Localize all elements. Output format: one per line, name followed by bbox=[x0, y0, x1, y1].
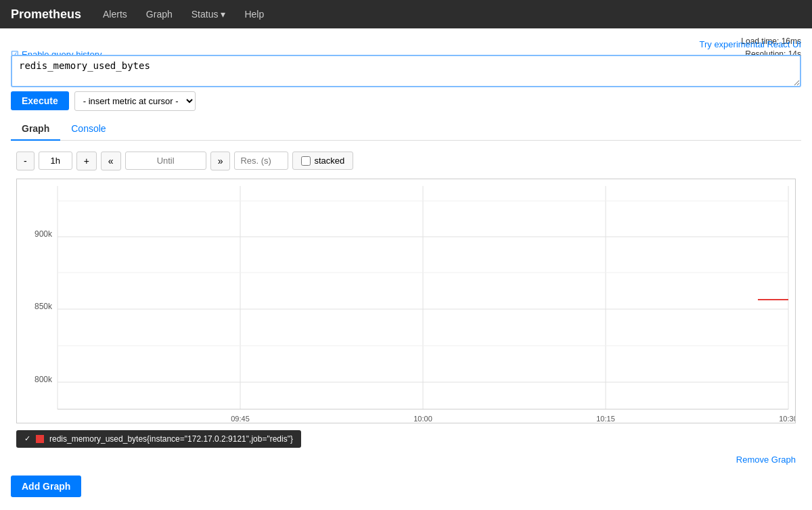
query-controls: Execute - insert metric at cursor - bbox=[11, 91, 801, 111]
bottom-row: Remove Graph bbox=[16, 455, 796, 465]
navbar: Prometheus Alerts Graph Status ▾ Help bbox=[0, 0, 812, 28]
nav-item-graph[interactable]: Graph bbox=[138, 3, 181, 25]
insert-metric-select[interactable]: - insert metric at cursor - bbox=[74, 91, 196, 111]
stacked-toggle[interactable]: stacked bbox=[292, 152, 353, 170]
x-label-1030: 10:30 bbox=[779, 415, 795, 423]
legend-series-label: redis_memory_used_bytes{instance="172.17… bbox=[49, 434, 293, 444]
remove-graph-link[interactable]: Remove Graph bbox=[736, 455, 796, 465]
query-area: Execute - insert metric at cursor - bbox=[11, 55, 801, 111]
y-label-800k: 800k bbox=[35, 375, 53, 384]
x-label-1015: 10:15 bbox=[596, 415, 615, 423]
forward-button[interactable]: » bbox=[210, 152, 231, 170]
dropdown-chevron-icon: ▾ bbox=[221, 9, 225, 20]
duration-input[interactable] bbox=[39, 152, 72, 170]
stacked-label: stacked bbox=[314, 156, 344, 166]
tabs: Graph Console bbox=[11, 118, 801, 141]
stacked-checkbox[interactable] bbox=[301, 156, 311, 166]
legend-color-box bbox=[36, 435, 44, 443]
until-input[interactable] bbox=[125, 152, 206, 170]
nav-item-status[interactable]: Status ▾ bbox=[183, 3, 234, 25]
try-react-ui-link[interactable]: Try experimental React UI bbox=[699, 39, 801, 49]
brand: Prometheus bbox=[11, 7, 81, 22]
x-label-0945: 09:45 bbox=[231, 415, 250, 423]
zoom-out-button[interactable]: - bbox=[16, 152, 35, 170]
zoom-in-button[interactable]: + bbox=[76, 152, 97, 170]
query-input[interactable] bbox=[11, 55, 801, 87]
chart-container: 900k 850k 800k bbox=[16, 179, 796, 423]
nav-item-help[interactable]: Help bbox=[236, 3, 272, 25]
tab-console[interactable]: Console bbox=[60, 118, 116, 141]
legend-checkmark-icon: ✓ bbox=[24, 434, 30, 443]
graph-panel: - + « » stacked 900k 850k 800k bbox=[11, 152, 801, 465]
execute-button[interactable]: Execute bbox=[11, 91, 69, 110]
resolution-input[interactable] bbox=[234, 152, 288, 170]
y-label-850k: 850k bbox=[35, 302, 53, 311]
rewind-button[interactable]: « bbox=[101, 152, 121, 170]
nav-menu: Alerts Graph Status ▾ Help bbox=[95, 3, 272, 25]
nav-item-status-label: Status bbox=[191, 9, 219, 20]
x-label-1000: 10:00 bbox=[413, 415, 432, 423]
y-label-900k: 900k bbox=[35, 229, 53, 239]
legend-bar[interactable]: ✓ redis_memory_used_bytes{instance="172.… bbox=[16, 430, 301, 448]
graph-controls-row: - + « » stacked bbox=[16, 152, 796, 170]
tab-graph[interactable]: Graph bbox=[11, 118, 60, 141]
main-content: ☑ Enable query history Load time: 16ms R… bbox=[0, 28, 812, 504]
nav-item-alerts[interactable]: Alerts bbox=[95, 3, 135, 25]
chart-svg: 900k 850k 800k bbox=[17, 179, 795, 423]
add-graph-button[interactable]: Add Graph bbox=[11, 476, 81, 497]
